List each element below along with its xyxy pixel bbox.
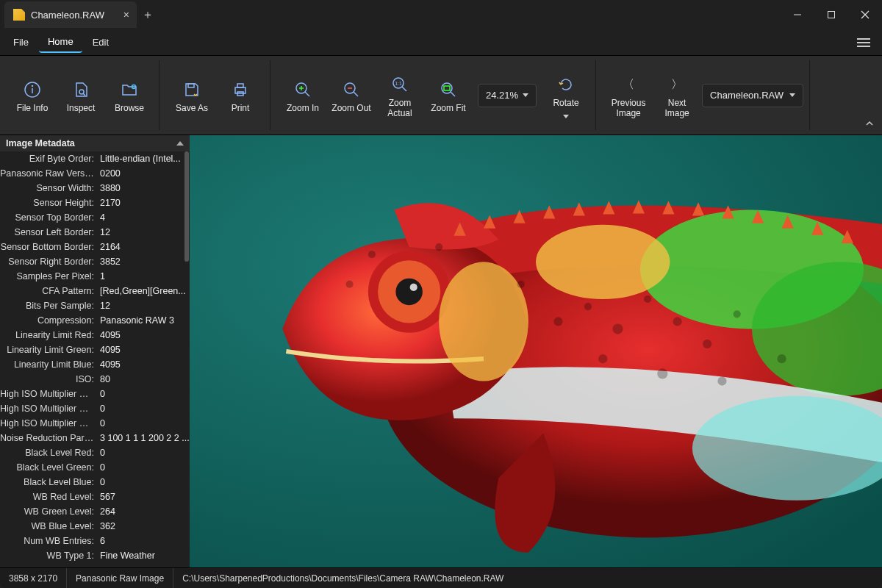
svg-rect-10 bbox=[188, 84, 194, 87]
zoom-fit-button[interactable]: Zoom Fit bbox=[425, 74, 472, 117]
metadata-row: CFA Pattern:[Red,Green][Green... bbox=[0, 284, 190, 298]
metadata-value: [Red,Green][Green... bbox=[97, 286, 190, 296]
next-image-button[interactable]: 〉 Next Image bbox=[653, 69, 700, 122]
save-icon bbox=[182, 80, 201, 99]
metadata-key: WB Type 1: bbox=[0, 551, 97, 561]
metadata-value: 0 bbox=[97, 448, 190, 458]
metadata-key: WB Red Level: bbox=[0, 492, 97, 502]
menu-edit[interactable]: Edit bbox=[84, 32, 118, 52]
zoom-in-button[interactable]: Zoom In bbox=[279, 74, 326, 117]
print-button[interactable]: Print bbox=[217, 74, 264, 117]
metadata-key: Sensor Bottom Border: bbox=[0, 242, 97, 252]
metadata-key: Sensor Top Border: bbox=[0, 212, 97, 223]
tab-title: Chameleon.RAW bbox=[31, 10, 104, 21]
menu-home[interactable]: Home bbox=[39, 32, 82, 53]
maximize-button[interactable] bbox=[814, 0, 848, 29]
ribbon-group-zoom: Zoom In Zoom Out 1:1 Zoom Actual Zoom Fi… bbox=[273, 60, 596, 130]
metadata-value: 264 bbox=[97, 506, 190, 517]
metadata-key: WB Green Level: bbox=[0, 506, 97, 517]
metadata-row: Sensor Top Border:4 bbox=[0, 210, 190, 225]
tab-close-icon[interactable]: × bbox=[123, 9, 129, 21]
svg-point-50 bbox=[368, 251, 376, 258]
metadata-value: 567 bbox=[97, 492, 190, 502]
metadata-key: Compression: bbox=[0, 315, 97, 326]
new-tab-button[interactable]: ＋ bbox=[137, 7, 159, 23]
metadata-value: 3880 bbox=[97, 183, 190, 193]
svg-point-41 bbox=[644, 295, 651, 303]
titlebar: Chameleon.RAW × ＋ bbox=[0, 0, 882, 29]
metadata-list[interactable]: Exif Byte Order:Little-endian (Intel...P… bbox=[0, 151, 190, 567]
menu-file[interactable]: File bbox=[4, 32, 37, 52]
metadata-key: Samples Per Pixel: bbox=[0, 271, 97, 282]
svg-line-8 bbox=[83, 93, 85, 96]
svg-rect-1 bbox=[828, 12, 835, 18]
image-viewer[interactable] bbox=[190, 135, 882, 567]
metadata-value: 4095 bbox=[97, 359, 190, 370]
previous-image-button[interactable]: 〈 Previous Image bbox=[605, 69, 652, 122]
metadata-value: Fine Weather bbox=[97, 551, 190, 561]
metadata-key: Panasonic Raw Version: bbox=[0, 168, 97, 179]
zoom-out-button[interactable]: Zoom Out bbox=[328, 74, 375, 117]
metadata-row: Sensor Width:3880 bbox=[0, 181, 190, 196]
svg-point-43 bbox=[703, 340, 711, 348]
metadata-value: 4 bbox=[97, 212, 190, 223]
rotate-button[interactable]: Rotate bbox=[542, 69, 589, 121]
hamburger-menu-button[interactable] bbox=[850, 34, 878, 51]
metadata-row: High ISO Multiplier Gr...0 bbox=[0, 401, 190, 416]
metadata-row: Linearity Limit Red:4095 bbox=[0, 328, 190, 343]
metadata-key: High ISO Multiplier Blue: bbox=[0, 418, 97, 429]
metadata-row: Linearity Limit Green:4095 bbox=[0, 343, 190, 357]
metadata-value: 0 bbox=[97, 462, 190, 473]
metadata-row: Noise Reduction Para...3 100 1 1 1 200 2… bbox=[0, 431, 190, 445]
status-format: Panasonic Raw Image bbox=[67, 568, 173, 588]
zoom-actual-button[interactable]: 1:1 Zoom Actual bbox=[376, 69, 423, 122]
inspect-button[interactable]: Inspect bbox=[57, 74, 104, 117]
svg-point-44 bbox=[734, 310, 741, 318]
ribbon-group-file: File Info Inspect Browse bbox=[3, 60, 159, 130]
metadata-row: Samples Per Pixel:1 bbox=[0, 269, 190, 284]
window-controls bbox=[781, 0, 882, 29]
metadata-row: Bits Per Sample:12 bbox=[0, 298, 190, 313]
ribbon-group-nav: 〈 Previous Image 〉 Next Image Chameleon.… bbox=[599, 60, 810, 130]
metadata-header[interactable]: Image Metadata bbox=[0, 135, 190, 151]
ribbon-collapse-button[interactable] bbox=[861, 115, 878, 132]
svg-point-6 bbox=[32, 85, 33, 86]
metadata-key: Num WB Entries: bbox=[0, 536, 97, 546]
metadata-value: 4095 bbox=[97, 345, 190, 355]
scrollbar-thumb[interactable] bbox=[184, 151, 189, 262]
metadata-row: WB Type 1:Fine Weather bbox=[0, 548, 190, 563]
svg-point-31 bbox=[536, 225, 670, 299]
save-as-button[interactable]: Save As bbox=[168, 74, 215, 117]
window-close-button[interactable] bbox=[848, 0, 882, 29]
metadata-sidebar: Image Metadata Exif Byte Order:Little-en… bbox=[0, 135, 190, 567]
svg-text:1:1: 1:1 bbox=[395, 81, 402, 86]
metadata-row: Linearity Limit Blue:4095 bbox=[0, 357, 190, 372]
minimize-button[interactable] bbox=[781, 0, 814, 29]
metadata-key: Noise Reduction Para... bbox=[0, 433, 97, 443]
rotate-icon bbox=[556, 75, 576, 94]
ribbon-group-save: Save As Print bbox=[162, 60, 270, 130]
document-tab[interactable]: Chameleon.RAW × bbox=[4, 1, 137, 28]
svg-point-51 bbox=[345, 281, 353, 288]
chevron-down-icon bbox=[789, 93, 795, 97]
file-selector-dropdown[interactable]: Chameleon.RAW bbox=[702, 84, 803, 107]
metadata-key: Linearity Limit Red: bbox=[0, 330, 97, 340]
metadata-row: High ISO Multiplier Blue:0 bbox=[0, 416, 190, 431]
metadata-value: 1 bbox=[97, 271, 190, 282]
metadata-row: Sensor Right Border:3852 bbox=[0, 254, 190, 269]
svg-line-19 bbox=[354, 92, 358, 96]
metadata-value: 362 bbox=[97, 521, 190, 531]
metadata-value: 6 bbox=[97, 536, 190, 546]
metadata-key: High ISO Multiplier Red: bbox=[0, 389, 97, 399]
svg-point-45 bbox=[598, 354, 607, 363]
metadata-value: 0200 bbox=[97, 168, 190, 179]
svg-point-47 bbox=[717, 376, 726, 385]
zoom-level-select[interactable]: 24.21% bbox=[478, 84, 537, 107]
metadata-key: Black Level Blue: bbox=[0, 477, 97, 487]
zoom-out-icon bbox=[342, 80, 361, 99]
browse-button[interactable]: Browse bbox=[106, 74, 153, 117]
metadata-key: Sensor Left Border: bbox=[0, 227, 97, 237]
metadata-key: High ISO Multiplier Gr... bbox=[0, 404, 97, 414]
metadata-row: Sensor Bottom Border:2164 bbox=[0, 240, 190, 254]
file-info-button[interactable]: File Info bbox=[9, 74, 56, 117]
